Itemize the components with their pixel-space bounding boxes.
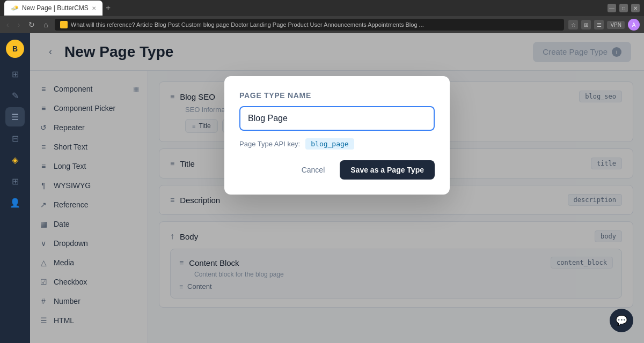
api-key-badge: blog_page — [305, 138, 354, 150]
modal-box: Page Type Name Page Type API key: blog_p… — [224, 76, 450, 195]
bookmark-icon[interactable]: ☆ — [568, 20, 578, 29]
app-sidebar: B ⊞ ✎ ☰ ⊟ ◈ ⊞ 👤 — [0, 33, 30, 343]
app-logo[interactable]: B — [6, 40, 24, 58]
browser-extensions: ☆ ⊞ ☰ VPN A — [568, 19, 640, 31]
sidebar-item-home[interactable]: ⊞ — [5, 64, 25, 84]
sidebar-item-pages[interactable]: ☰ — [5, 107, 25, 126]
active-tab[interactable]: 🧈 New Page | ButterCMS ✕ — [4, 1, 103, 16]
nav-back-button[interactable]: ‹ — [4, 19, 11, 30]
maximize-icon[interactable]: □ — [619, 4, 628, 12]
address-text: What will this reference? Article Blog P… — [71, 21, 424, 28]
sidebar-item-components[interactable]: ⊟ — [5, 129, 25, 148]
nav-reload-button[interactable]: ↻ — [26, 19, 37, 30]
tab-favicon: 🧈 — [11, 4, 19, 12]
user-avatar[interactable]: A — [628, 19, 640, 31]
api-key-row: Page Type API key: blog_page — [239, 138, 435, 150]
vpn-badge[interactable]: VPN — [607, 21, 625, 29]
page-type-name-input[interactable] — [239, 106, 435, 131]
extensions-icon[interactable]: ⊞ — [581, 20, 591, 29]
modal-overlay: Page Type Name Page Type API key: blog_p… — [30, 33, 644, 343]
sidebar-item-users[interactable]: 👤 — [5, 193, 25, 212]
chat-bubble[interactable]: 💬 — [610, 309, 633, 332]
sidebar-item-media[interactable]: ◈ — [5, 150, 25, 169]
sidebar-item-collections[interactable]: ⊞ — [5, 172, 25, 191]
address-bar[interactable]: What will this reference? Article Blog P… — [55, 19, 565, 31]
close-window-icon[interactable]: ✕ — [631, 4, 640, 12]
modal-actions: Cancel Save as a Page Type — [239, 160, 435, 180]
tab-title: New Page | ButterCMS — [22, 4, 89, 12]
nav-home-button[interactable]: ⌂ — [41, 19, 50, 30]
tab-close-button[interactable]: ✕ — [92, 5, 96, 11]
minimize-icon[interactable]: — — [608, 4, 616, 12]
site-favicon — [60, 21, 68, 28]
sidebar-item-blog[interactable]: ✎ — [5, 86, 25, 105]
save-page-type-button[interactable]: Save as a Page Type — [340, 160, 435, 180]
nav-forward-button[interactable]: › — [16, 19, 23, 30]
api-key-label: Page Type API key: — [239, 140, 300, 148]
cancel-button[interactable]: Cancel — [292, 160, 335, 180]
modal-title: Page Type Name — [239, 91, 435, 100]
profile-icon[interactable]: ☰ — [594, 20, 604, 29]
add-tab-button[interactable]: + — [103, 3, 114, 13]
